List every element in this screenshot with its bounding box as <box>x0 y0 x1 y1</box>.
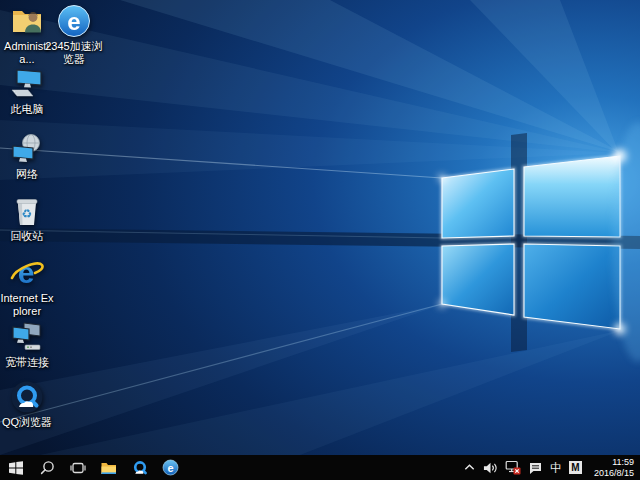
notifications-button[interactable] <box>528 461 543 475</box>
computer-icon <box>10 67 44 101</box>
recycle-bin-icon: ♻ <box>10 194 44 228</box>
start-button[interactable] <box>0 455 31 480</box>
qq-browser-icon <box>131 459 149 477</box>
chevron-up-icon <box>463 461 476 474</box>
svg-text:e: e <box>67 8 80 35</box>
desktop-icon-label: 回收站 <box>0 230 56 243</box>
desktop[interactable]: Administra... e 2345加速浏览器 此电脑 <box>0 0 640 455</box>
desktop-icon-label: 网络 <box>0 168 56 181</box>
desktop-icon-label: 宽带连接 <box>0 356 56 369</box>
desktop-icon-this-pc[interactable]: 此电脑 <box>0 67 56 116</box>
message-icon <box>528 461 543 475</box>
ie-icon: e <box>10 256 44 290</box>
windows-logo-icon <box>8 460 24 476</box>
desktop-icon-broadband[interactable]: 宽带连接 <box>0 320 56 369</box>
wallpaper-hero <box>0 0 640 455</box>
folder-icon <box>100 460 117 476</box>
network-globe-icon <box>10 132 44 166</box>
network-disconnected-icon <box>505 460 521 475</box>
volume-button[interactable] <box>483 461 498 475</box>
taskbar-buttons: e <box>0 455 186 480</box>
ime-mode-indicator[interactable]: 中 <box>550 462 562 474</box>
search-button[interactable] <box>31 455 62 480</box>
2345-browser-button[interactable]: e <box>155 455 186 480</box>
svg-text:e: e <box>167 462 173 474</box>
taskbar-clock[interactable]: 11:59 2016/8/15 <box>589 457 637 478</box>
desktop-icon-internet-explorer[interactable]: e Internet Explorer <box>0 256 56 318</box>
task-view-button[interactable] <box>62 455 93 480</box>
task-view-icon <box>70 460 86 476</box>
2345-browser-icon: e <box>162 459 179 476</box>
desktop-icon-label: 2345加速浏览器 <box>44 40 104 66</box>
system-tray: 中 M 11:59 2016/8/15 <box>463 455 640 480</box>
desktop-icon-recycle-bin[interactable]: ♻ 回收站 <box>0 194 56 243</box>
ime-language-indicator[interactable]: M <box>569 461 582 474</box>
desktop-icon-label: 此电脑 <box>0 103 56 116</box>
svg-text:e: e <box>18 256 35 289</box>
desktop-icon-network[interactable]: 网络 <box>0 132 56 181</box>
desktop-icon-label: Internet Explorer <box>0 292 56 318</box>
file-explorer-button[interactable] <box>93 455 124 480</box>
clock-date: 2016/8/15 <box>590 468 634 479</box>
2345-browser-icon: e <box>57 4 91 38</box>
desktop-icon-label: QQ浏览器 <box>0 416 56 429</box>
taskbar: e <box>0 455 640 480</box>
desktop-icon-qq-browser[interactable]: QQ浏览器 <box>0 380 56 429</box>
user-folder-icon <box>10 4 44 38</box>
qq-browser-icon <box>10 380 44 414</box>
search-icon <box>39 460 55 476</box>
qq-browser-button[interactable] <box>124 455 155 480</box>
broadband-icon <box>10 320 44 354</box>
volume-icon <box>483 461 498 475</box>
svg-text:♻: ♻ <box>22 207 33 221</box>
clock-time: 11:59 <box>590 457 634 468</box>
desktop-icon-2345-browser[interactable]: e 2345加速浏览器 <box>44 4 104 66</box>
tray-expand-button[interactable] <box>463 461 476 474</box>
network-status-button[interactable] <box>505 460 521 475</box>
